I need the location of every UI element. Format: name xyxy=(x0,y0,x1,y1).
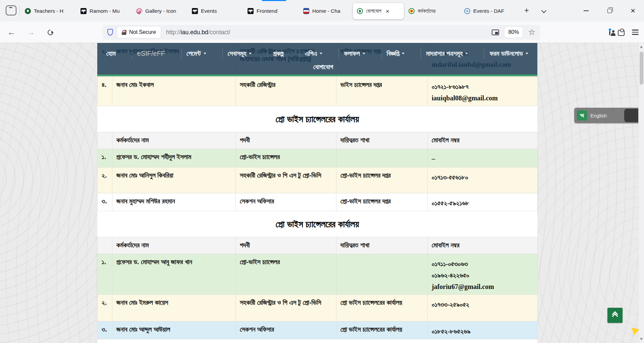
branch-cell: প্রো ভাইস চ্যান্সেলরের কার্যালয় xyxy=(336,322,428,339)
nav-item-home[interactable]: হোম xyxy=(101,48,121,59)
url-bar[interactable]: Not Secure http://iau.edu.bd/contact/ 80… xyxy=(103,25,540,40)
scroll-up-arrow-icon[interactable] xyxy=(640,46,643,48)
extensions-puzzle-icon[interactable] xyxy=(618,30,625,36)
page-viewport: ২. জনাব মুহাম্মদ আরিফুল ইসলাম সহকারী রেজ… xyxy=(0,43,644,343)
dark-cap-icon xyxy=(80,8,87,14)
nav-item-projects[interactable]: প্রকল্প xyxy=(268,48,288,59)
phone-number: ০১৭১১-০৫৩০৬৩ xyxy=(432,258,534,270)
table-row: ৩. জনাব মোঃ আব্দুল আউয়াল সেকশন অফিসার প… xyxy=(98,322,538,339)
language-translate-widget[interactable]: অ English xyxy=(574,108,639,123)
pink-swirl-icon xyxy=(136,8,142,14)
scroll-down-arrow-icon[interactable] xyxy=(640,338,643,340)
name-cell: জনাব মোঃ ইকবাল xyxy=(112,77,236,106)
nav-item-madrasah-letters[interactable]: মাদরাসার পত্রসমূহ xyxy=(421,48,473,59)
url-text: http://iau.edu.bd/contact/ xyxy=(166,29,230,36)
tab-loading-indicator xyxy=(262,0,286,1)
nav-item-apa[interactable]: এপিএ xyxy=(300,48,327,59)
next-section-title-partial: ট্রেজারার দপ্তর xyxy=(97,339,537,343)
tab-separator xyxy=(19,5,20,15)
tab-title: Ramom - Mu xyxy=(90,8,120,14)
tab-gallery[interactable]: Gallery - Icon xyxy=(132,3,188,19)
table-row: ২. জনাব মোঃ আনিসুল কিবরিয়া সহকারী রেজিস… xyxy=(98,167,538,193)
window-close-button[interactable]: × xyxy=(623,0,643,21)
table-row: ১. প্রফেসর ড. মোহাম্মদ শহীদুল ইসলাম প্রো… xyxy=(98,149,538,167)
zoom-level-badge[interactable]: 80% xyxy=(504,27,523,38)
firefox-view-button[interactable] xyxy=(6,5,16,15)
account-notification-dot xyxy=(608,28,611,31)
header-name: কর্মকর্তাদের নাম xyxy=(112,132,236,149)
mobile-cell: ০১৭১৩-৫৫৬১৮০ xyxy=(428,167,538,193)
back-button[interactable]: ← xyxy=(5,26,17,38)
hamburger-menu-icon[interactable] xyxy=(632,30,639,35)
bookmark-star-icon[interactable]: ☆ xyxy=(528,28,535,36)
name-cell: জনাব মোঃ আব্দুল আউয়াল xyxy=(112,322,236,339)
tab-officials[interactable]: কর্মকর্তাদের xyxy=(405,3,460,19)
screenshot-pip-icon[interactable] xyxy=(492,30,499,35)
tab-title: Teachers - H xyxy=(34,8,63,14)
tab-close-icon[interactable]: × xyxy=(386,8,389,14)
nav-item-services[interactable]: সেবাসমূহ xyxy=(222,48,257,59)
tab-ramom[interactable]: Ramom - Mu xyxy=(76,3,132,19)
table-row: ১. প্রফেসর ড. মোহাম্মদ আবু জাফর খান প্রো… xyxy=(98,254,538,295)
serial-cell: ৩. xyxy=(98,322,112,339)
tab-contact-active[interactable]: যোগাযোগ × xyxy=(353,3,404,19)
header-designation: পদবী xyxy=(236,237,336,254)
dropdown-caret-icon xyxy=(465,53,468,54)
nav-item-payment[interactable]: পেমেন্ট xyxy=(181,48,211,59)
branch-cell: প্রো-ভাইস চ্যান্সেলর দপ্তর xyxy=(336,193,428,211)
lock-slash xyxy=(121,30,127,35)
content-card: ২. জনাব মুহাম্মদ আরিফুল ইসলাম সহকারী রেজ… xyxy=(97,43,537,343)
name-cell: প্রফেসর ড. মোহাম্মদ শহীদুল ইসলাম xyxy=(112,149,236,167)
tab-list-dropdown-button[interactable] xyxy=(541,7,547,14)
tab-events[interactable]: Events xyxy=(188,3,244,19)
url-scheme: http:// xyxy=(166,29,181,36)
scrollbar-thumb[interactable] xyxy=(640,52,643,85)
close-icon: × xyxy=(631,7,635,15)
serial-cell: ১. xyxy=(98,254,112,295)
tab-home-chapainawabganj[interactable]: Home - Cha xyxy=(299,3,353,19)
nav-item-contact[interactable]: যোগাযোগ xyxy=(309,62,338,71)
window-restore-button[interactable] xyxy=(600,0,619,21)
dropdown-caret-icon xyxy=(526,53,528,54)
phone-number: ০১৭২১-৮৬১৯৮৭ xyxy=(432,81,534,92)
nav-item-notices[interactable]: বিজ্ঞপ্তি xyxy=(381,48,410,59)
table-header-row: কর্মকর্তাদের নাম পদবী দায়িত্বরত শাখা মো… xyxy=(98,237,538,254)
header-serial xyxy=(98,132,112,149)
serial-cell: ২. xyxy=(98,167,112,193)
nav-item-form-download[interactable]: ফরম ডাউনলোড xyxy=(484,48,533,59)
back-to-top-button[interactable] xyxy=(607,308,623,323)
branch-cell xyxy=(336,149,428,167)
table-row: ৩. জনাব মুহাম্মদ মশিউর রহমান সেকশন অফিসা… xyxy=(98,193,538,211)
address-toolbar: ← → Not Secure http://iau.edu.bd/contact… xyxy=(0,21,644,43)
tab-frontend[interactable]: Frontend xyxy=(244,3,299,19)
page-scrollbar[interactable] xyxy=(638,43,644,343)
header-serial xyxy=(98,237,112,254)
translate-language-label: English xyxy=(590,113,607,118)
designation-cell: প্রো-ভাইস চ্যান্সেলর xyxy=(236,254,336,295)
email-address: jaforiu67@gmail.com xyxy=(432,281,534,292)
url-path: /contact/ xyxy=(208,29,230,36)
nav-item-results[interactable]: ফলাফল xyxy=(338,48,370,59)
widget-handle[interactable] xyxy=(624,109,639,122)
window-minimize-button[interactable] xyxy=(576,0,596,21)
url-host: iau.edu.bd xyxy=(181,29,208,36)
designation-cell: সহকারী রেজিস্ট্রার xyxy=(236,77,336,106)
table-header-row: কর্মকর্তাদের নাম পদবী দায়িত্বরত শাখা মো… xyxy=(98,132,538,149)
header-mobile: মোবাইল নম্বর xyxy=(428,132,538,149)
header-branch: দায়িত্বরত শাখা xyxy=(336,132,428,149)
tracking-protection-shield-icon[interactable] xyxy=(107,29,113,36)
tab-events-daf[interactable]: Events - DAF xyxy=(460,3,518,19)
new-tab-button[interactable]: + xyxy=(521,5,532,16)
reload-button[interactable] xyxy=(44,26,56,38)
nav-item-esif-eff[interactable]: eSIF/eFF xyxy=(132,48,170,59)
forward-button[interactable]: → xyxy=(25,26,37,38)
tab-teachers[interactable]: Teachers - H xyxy=(21,3,76,19)
tab-title: Events xyxy=(201,8,217,14)
contact-table-fragment: ৪. জনাব মোঃ ইকবাল সহকারী রেজিস্ট্রার ভাই… xyxy=(97,77,538,106)
branch-cell: প্রো ভাইস চ্যান্সেলরের কার্যালয় xyxy=(336,295,428,322)
phone-number-2: ০১৯৬২-৪২২৬৫০ xyxy=(432,270,534,281)
iau-leaf-icon xyxy=(357,8,363,14)
account-button[interactable] xyxy=(609,29,610,35)
tab-title: Frontend xyxy=(257,8,277,14)
not-secure-chip[interactable]: Not Secure xyxy=(117,27,161,38)
